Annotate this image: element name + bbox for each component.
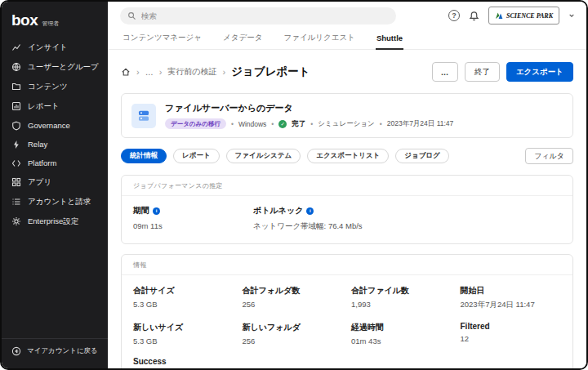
breadcrumb-ellipsis[interactable]: … — [145, 68, 154, 77]
sidebar-item-governance[interactable]: Governance — [2, 116, 108, 135]
insights-icon — [11, 42, 21, 52]
help-icon[interactable]: ? — [448, 10, 460, 21]
sidebar-item-content[interactable]: コンテンツ — [2, 77, 108, 96]
more-actions-button[interactable]: … — [432, 62, 458, 82]
stat-value: 2023年7月24日 11:47 — [461, 300, 562, 310]
sidebar-item-label: ユーザーとグループ — [28, 62, 99, 73]
finish-button[interactable]: 終了 — [465, 62, 500, 82]
stat-value: 256 — [243, 300, 344, 309]
back-to-account-label: マイアカウントに戻る — [27, 346, 98, 356]
sidebar-item-reports[interactable]: レポート — [2, 96, 108, 116]
search-box[interactable] — [120, 7, 396, 25]
breadcrumb-separator: › — [136, 67, 140, 77]
performance-panel-header: ジョブパフォーマンスの推定 — [122, 176, 572, 196]
bell-icon[interactable] — [469, 11, 479, 21]
box-logo[interactable]: box — [11, 11, 38, 29]
info-panel: 情報 合計サイズ 5.3 GB 合計フォルダ数 256 合計ファイル数 1,99… — [121, 254, 573, 368]
sidebar-item-users-groups[interactable]: ユーザーとグループ — [2, 57, 108, 77]
breadcrumb-parent[interactable]: 実行前の検証 — [167, 66, 216, 78]
sidebar-item-billing[interactable]: アカウントと請求 — [2, 192, 108, 212]
info-panel-header: 情報 — [122, 255, 572, 275]
meta-separator: • — [380, 120, 382, 128]
stat-total-files: 合計ファイル数 1,993 — [351, 285, 452, 310]
stat-label: 新しいフォルダ — [243, 322, 344, 333]
job-card-text: ファイルサーバーからのデータ データのみの移行 • Windows • ✓ 完了… — [165, 102, 453, 129]
sidebar-item-platform[interactable]: Platform — [2, 154, 108, 172]
search-input[interactable] — [141, 11, 389, 20]
tab-report[interactable]: レポート — [173, 149, 220, 163]
sidebar-item-back-to-account[interactable]: マイアカウントに戻る — [2, 338, 108, 363]
org-logo — [495, 11, 503, 20]
stat-value: 5.3 GB — [133, 337, 234, 345]
sidebar-item-label: Governance — [28, 121, 70, 130]
stat-value: 256 — [243, 337, 344, 345]
sidebar-item-enterprise-settings[interactable]: Enterprise設定 — [2, 212, 108, 231]
performance-panel: ジョブパフォーマンスの推定 期間 i 09m 11s ボトルネック i — [121, 175, 573, 244]
meta-separator: • — [231, 120, 234, 128]
metric-label: ボトルネック — [253, 205, 303, 216]
sidebar-item-apps[interactable]: アプリ — [2, 172, 108, 192]
breadcrumb-separator: › — [223, 67, 226, 77]
stat-label: Success — [133, 357, 234, 366]
info-icon[interactable]: i — [153, 207, 160, 215]
code-icon — [11, 158, 21, 168]
tab-shuttle[interactable]: Shuttle — [376, 33, 403, 50]
job-datetime: 2023年7月24日 11:47 — [387, 119, 454, 129]
sidebar-item-insights[interactable]: インサイト — [2, 38, 108, 57]
sidebar-item-label: Enterprise設定 — [28, 216, 78, 227]
folder-icon — [11, 82, 21, 91]
relay-icon — [11, 140, 21, 149]
filter-button[interactable]: フィルタ — [525, 148, 573, 164]
users-icon — [11, 62, 21, 72]
job-mode: シミュレーション — [318, 119, 374, 129]
sidebar-item-relay[interactable]: Relay — [2, 135, 108, 154]
sidebar-item-label: インサイト — [28, 42, 68, 53]
back-icon — [11, 346, 21, 356]
page-actions: … 終了 エクスポート — [432, 62, 573, 82]
main-area: ? SCIENCE PARK コンテンツマネージャ メタデータ ファイルリクエス… — [108, 2, 586, 368]
metric-duration: 期間 i 09m 11s — [133, 205, 253, 232]
org-switcher[interactable]: SCIENCE PARK — [488, 7, 559, 25]
tab-content-manager[interactable]: コンテンツマネージャ — [122, 33, 203, 49]
stat-label: 開始日 — [461, 285, 562, 296]
stat-value: 01m 43s — [351, 337, 452, 345]
tab-file-requests[interactable]: ファイルリクエスト — [283, 33, 356, 49]
sidebar-item-label: コンテンツ — [28, 82, 68, 92]
tab-export-list[interactable]: エクスポートリスト — [307, 149, 389, 163]
sidebar: box 管理者 インサイト ユーザーとグループ コンテンツ レポート Gover… — [2, 2, 108, 368]
tab-statistics[interactable]: 統計情報 — [121, 149, 167, 163]
content: ファイルサーバーからのデータ データのみの移行 • Windows • ✓ 完了… — [108, 90, 586, 368]
section-tabs: 統計情報 レポート ファイルシステム エクスポートリスト ジョブログ フィルタ — [121, 148, 573, 164]
org-name: SCIENCE PARK — [506, 12, 553, 20]
job-platform: Windows — [238, 120, 266, 128]
stat-total-folders: 合計フォルダ数 256 — [243, 285, 344, 310]
export-button[interactable]: エクスポート — [506, 62, 573, 82]
stat-label: 合計フォルダ数 — [243, 285, 344, 296]
metric-value: 09m 11s — [133, 221, 253, 230]
home-icon[interactable] — [121, 67, 131, 77]
metric-label: 期間 — [133, 205, 149, 216]
stat-new-size: 新しいサイズ 5.3 GB — [133, 322, 234, 345]
stat-filtered: Filtered 12 — [461, 322, 562, 345]
sidebar-item-label: Relay — [28, 140, 47, 149]
sidebar-item-label: アプリ — [28, 177, 51, 188]
billing-icon — [11, 197, 21, 207]
stat-start-date: 開始日 2023年7月24日 11:47 — [461, 285, 562, 310]
chevron-down-icon[interactable] — [568, 12, 575, 19]
tab-metadata[interactable]: メタデータ — [222, 33, 263, 49]
breadcrumb-row: › … › 実行前の検証 › ジョブレポート … 終了 エクスポート — [108, 50, 586, 90]
stat-total-size: 合計サイズ 5.3 GB — [133, 285, 234, 310]
sidebar-item-label: アカウントと請求 — [28, 197, 91, 207]
stats-grid: 合計サイズ 5.3 GB 合計フォルダ数 256 合計ファイル数 1,993 開… — [122, 275, 572, 368]
info-icon[interactable]: i — [306, 207, 314, 215]
tab-filesystem[interactable]: ファイルシステム — [226, 149, 301, 163]
job-meta: データのみの移行 • Windows • ✓ 完了 • シミュレーション • 2… — [165, 118, 453, 129]
grid-icon — [11, 177, 21, 187]
topbar-right: ? SCIENCE PARK — [448, 7, 575, 25]
gear-icon — [11, 216, 21, 226]
stat-value: 12 — [461, 334, 562, 343]
tab-job-log[interactable]: ジョブログ — [395, 149, 449, 163]
stat-elapsed-time: 経過時間 01m 43s — [351, 322, 452, 345]
job-status: 完了 — [292, 119, 305, 129]
stat-value: 5.3 GB — [133, 300, 234, 309]
